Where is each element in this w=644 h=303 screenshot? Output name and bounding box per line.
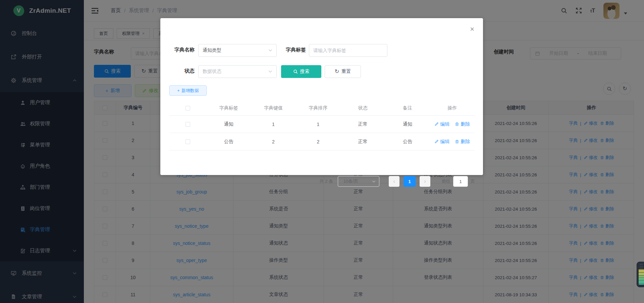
col-dict-label: 字典标签	[206, 105, 251, 111]
pagination-total: 共 2 条	[320, 178, 333, 184]
page-unit-label: 页	[471, 178, 475, 184]
modal-dict-label-input[interactable]	[313, 44, 383, 56]
edit-link[interactable]: 编辑	[434, 139, 449, 145]
next-page-button[interactable]: ›	[420, 176, 430, 187]
modal-status-select[interactable]: 数据状态	[198, 65, 277, 78]
goto-page-input[interactable]	[453, 176, 468, 187]
grip-icon	[640, 264, 643, 268]
prev-page-button[interactable]: ‹	[389, 176, 399, 187]
delete-link[interactable]: 删除	[455, 121, 470, 127]
page-size-select[interactable]: 10条/页	[338, 176, 379, 187]
edit-link[interactable]: 编辑	[434, 121, 449, 127]
modal-table-body: 通知 1 1 正常 通知 编辑 删除	[169, 116, 475, 150]
col-dict-value: 字典键值	[251, 105, 296, 111]
stripes-decoration	[639, 269, 644, 285]
table-row: 公告 2 2 正常 公告 编辑 删除	[169, 133, 475, 150]
row-checkbox[interactable]	[185, 139, 190, 144]
chevron-down-icon	[372, 180, 376, 183]
modal-dict-name-label: 字典名称	[170, 47, 195, 53]
col-dict-sort: 字典排序	[296, 105, 340, 111]
modal-table-header-row: 字典标签 字典键值 字典排序 状态 备注 操作	[169, 101, 475, 116]
col-status: 状态	[340, 105, 385, 111]
row-checkbox[interactable]	[185, 122, 190, 127]
scrollbar-widget[interactable]	[637, 262, 644, 287]
dict-data-modal: × 字典名称 通知类型 字典标签 状态 数据状态 搜索 ↻ 重置 + 新增数据 …	[160, 18, 483, 175]
delete-link[interactable]: 删除	[455, 139, 470, 145]
cell-dict-sort: 2	[296, 139, 340, 144]
cell-dict-value: 2	[251, 139, 296, 144]
close-icon[interactable]: ×	[470, 26, 474, 33]
cell-status: 正常	[340, 139, 385, 145]
trash-icon	[455, 122, 459, 126]
cell-dict-value: 1	[251, 122, 296, 127]
modal-dict-label-input-wrap	[309, 44, 387, 57]
page-1-button[interactable]: 1	[404, 176, 416, 187]
plus-icon: +	[177, 88, 180, 93]
goto-label: 前往	[442, 178, 450, 184]
cell-ops: 编辑 删除	[430, 121, 475, 127]
trash-icon	[455, 139, 459, 144]
modal-dict-label-label: 字典标签	[281, 47, 306, 53]
col-ops: 操作	[430, 105, 475, 111]
col-remark: 备注	[385, 105, 430, 111]
refresh-icon: ↻	[335, 69, 339, 74]
modal-search-button[interactable]: 搜索	[281, 65, 321, 78]
cell-dict-label: 公告	[206, 139, 251, 145]
cell-dict-label: 通知	[206, 121, 251, 127]
cell-remark: 通知	[385, 121, 430, 127]
modal-reset-button[interactable]: ↻ 重置	[325, 65, 361, 78]
dict-data-table: 字典标签 字典键值 字典排序 状态 备注 操作 通知 1 1 正常 通知	[169, 101, 475, 150]
modal-add-data-button[interactable]: + 新增数据	[169, 85, 207, 96]
modal-dict-name-select[interactable]: 通知类型	[198, 44, 277, 57]
cell-status: 正常	[340, 121, 385, 127]
cell-ops: 编辑 删除	[430, 139, 475, 145]
pencil-icon	[434, 139, 439, 144]
pencil-icon	[434, 122, 439, 126]
select-all-checkbox[interactable]	[185, 106, 190, 111]
chevron-down-icon	[268, 70, 272, 73]
modal-status-label: 状态	[170, 68, 195, 74]
pagination: 共 2 条 10条/页 ‹ 1 › 前往 页	[169, 176, 475, 187]
table-row: 通知 1 1 正常 通知 编辑 删除	[169, 116, 475, 133]
cell-remark: 公告	[385, 139, 430, 145]
cell-dict-sort: 1	[296, 122, 340, 127]
chevron-down-icon	[268, 49, 272, 52]
